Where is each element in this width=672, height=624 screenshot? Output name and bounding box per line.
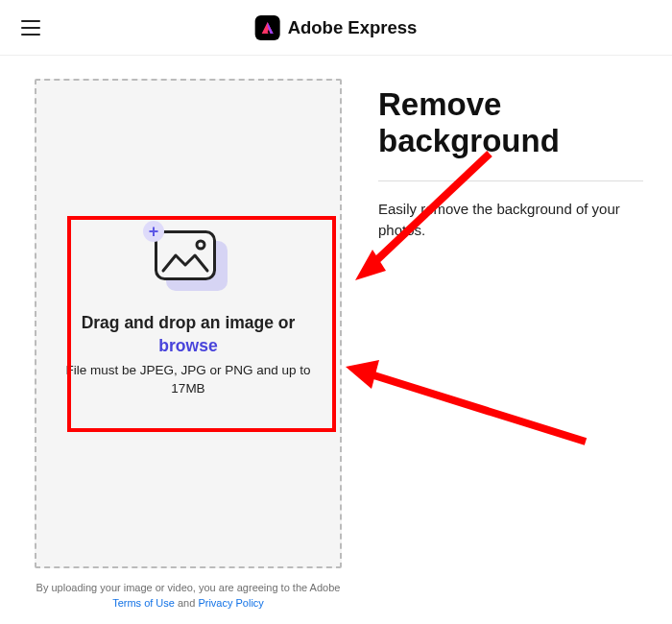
- page-title: Remove background: [378, 86, 643, 159]
- dropzone-title: Drag and drop an image or: [56, 313, 321, 333]
- plus-icon: +: [143, 221, 164, 242]
- brand: Adobe Express: [255, 15, 418, 40]
- page-subtitle: Easily remove the background of your pho…: [378, 199, 643, 242]
- image-placeholder-icon: +: [155, 230, 222, 286]
- agreement-text: By uploading your image or video, you ar…: [36, 582, 341, 593]
- brand-title: Adobe Express: [288, 17, 418, 38]
- menu-icon[interactable]: [21, 16, 44, 39]
- terms-of-use-link[interactable]: Terms of Use: [112, 597, 175, 609]
- browse-link[interactable]: browse: [56, 336, 321, 356]
- upload-dropzone[interactable]: + Drag and drop an image or browse File …: [35, 79, 342, 568]
- divider: [378, 180, 643, 181]
- app-header: Adobe Express: [0, 0, 672, 56]
- upload-agreement-note: By uploading your image or video, you ar…: [35, 581, 342, 611]
- dropzone-subtext: File must be JPEG, JPG or PNG and up to …: [56, 362, 321, 396]
- and-text: and: [175, 597, 198, 609]
- main-content: + Drag and drop an image or browse File …: [0, 56, 672, 624]
- adobe-express-logo-icon: [255, 15, 280, 40]
- svg-rect-0: [156, 232, 215, 279]
- privacy-policy-link[interactable]: Privacy Policy: [198, 597, 263, 609]
